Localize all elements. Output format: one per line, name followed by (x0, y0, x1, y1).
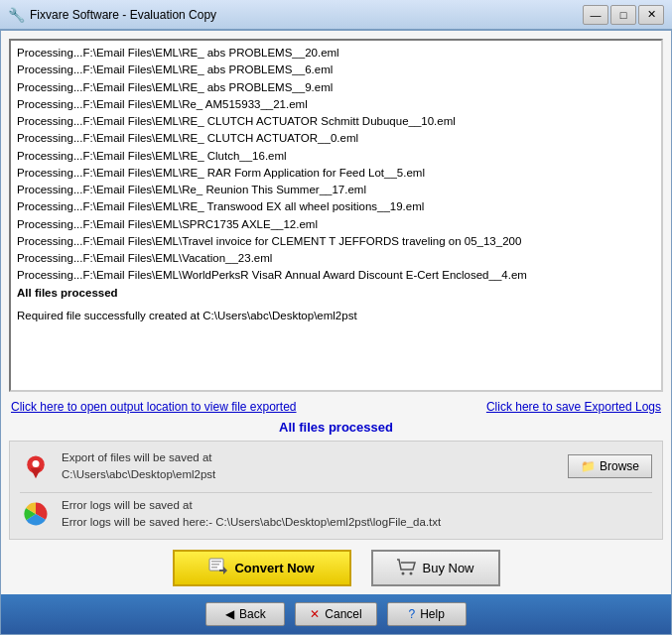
log-area: Processing...F:\Email Files\EML\RE_ abs … (9, 39, 663, 392)
log-line: Required file successfully created at C:… (17, 308, 655, 324)
error-label: Error logs will be saved at (62, 497, 652, 514)
browse-icon: 📁 (581, 459, 596, 473)
log-line: Processing...F:\Email Files\EML\Vacation… (17, 250, 655, 267)
svg-rect-7 (211, 567, 217, 569)
pie-chart-icon (20, 498, 52, 530)
log-line: Processing...F:\Email Files\EML\WorldPer… (17, 267, 655, 284)
export-row: Export of files will be saved at C:\User… (20, 449, 652, 484)
location-pin-icon (20, 450, 52, 482)
error-info: Error logs will be saved at Error logs w… (62, 497, 652, 532)
svg-point-10 (410, 572, 413, 575)
back-button[interactable]: ◀ Back (205, 602, 285, 626)
convert-now-button[interactable]: Convert Now (173, 550, 351, 586)
buy-now-button[interactable]: Buy Now (371, 550, 500, 586)
log-line: All files processed (17, 285, 655, 302)
export-path: C:\Users\abc\Desktop\eml2pst (62, 466, 558, 483)
cancel-label: Cancel (325, 607, 361, 621)
error-row: Error logs will be saved at Error logs w… (20, 497, 652, 532)
divider (20, 492, 652, 493)
log-line: Processing...F:\Email Files\EML\Re_ AM51… (17, 96, 655, 113)
help-icon: ? (408, 607, 415, 621)
titlebar: 🔧 Fixvare Software - Evaluation Copy — □… (0, 0, 672, 30)
cart-icon (396, 558, 416, 578)
action-row: Convert Now Buy Now (1, 540, 671, 594)
help-label: Help (420, 607, 445, 621)
log-line: Processing...F:\Email Files\EML\RE_ abs … (17, 79, 655, 96)
export-label: Export of files will be saved at (62, 449, 558, 466)
convert-icon (208, 558, 228, 578)
nav-bar: ◀ Back ✕ Cancel ? Help (1, 594, 671, 634)
help-button[interactable]: ? Help (387, 602, 467, 626)
maximize-button[interactable]: □ (610, 5, 636, 25)
svg-rect-6 (211, 564, 219, 566)
log-line: Processing...F:\Email Files\EML\RE_ Clut… (17, 148, 655, 165)
svg-rect-5 (211, 561, 221, 563)
cancel-button[interactable]: ✕ Cancel (295, 602, 376, 626)
log-line: Processing...F:\Email Files\EML\RE_ RAR … (17, 165, 655, 182)
window-controls: — □ ✕ (583, 5, 664, 25)
cancel-icon: ✕ (310, 607, 320, 621)
log-line: Processing...F:\Email Files\EML\Re_ Reun… (17, 182, 655, 198)
log-line: Processing...F:\Email Files\EML\RE_ abs … (17, 45, 655, 62)
svg-point-2 (33, 460, 40, 467)
buy-label: Buy Now (422, 561, 473, 575)
minimize-button[interactable]: — (583, 5, 608, 25)
browse-button[interactable]: 📁 Browse (568, 454, 652, 478)
open-output-link[interactable]: Click here to open output location to vi… (11, 400, 297, 414)
log-line: Processing...F:\Email Files\EML\RE_ Tran… (17, 198, 655, 215)
convert-label: Convert Now (234, 561, 314, 575)
svg-marker-1 (31, 468, 42, 479)
app-icon: 🔧 (8, 7, 24, 23)
svg-point-9 (402, 572, 405, 575)
log-line: Processing...F:\Email Files\EML\SPRC1735… (17, 216, 655, 233)
log-line: Processing...F:\Email Files\EML\RE_ CLUT… (17, 113, 655, 130)
status-text: All files processed (1, 418, 671, 441)
back-icon: ◀ (225, 607, 234, 621)
log-line: Processing...F:\Email Files\EML\Travel i… (17, 233, 655, 250)
back-label: Back (239, 607, 266, 621)
link-row: Click here to open output location to vi… (1, 396, 671, 418)
browse-label: Browse (600, 459, 639, 473)
export-info: Export of files will be saved at C:\User… (62, 449, 558, 484)
log-line: Processing...F:\Email Files\EML\RE_ abs … (17, 62, 655, 78)
main-window: Processing...F:\Email Files\EML\RE_ abs … (0, 30, 672, 635)
close-button[interactable]: ✕ (638, 5, 664, 25)
middle-section: Export of files will be saved at C:\User… (9, 441, 663, 540)
window-title: Fixvare Software - Evaluation Copy (30, 8, 583, 22)
error-path: Error logs will be saved here:- C:\Users… (62, 514, 652, 531)
log-line: Processing...F:\Email Files\EML\RE_ CLUT… (17, 130, 655, 147)
log-content[interactable]: Processing...F:\Email Files\EML\RE_ abs … (11, 41, 661, 390)
save-logs-link[interactable]: Click here to save Exported Logs (486, 400, 661, 414)
